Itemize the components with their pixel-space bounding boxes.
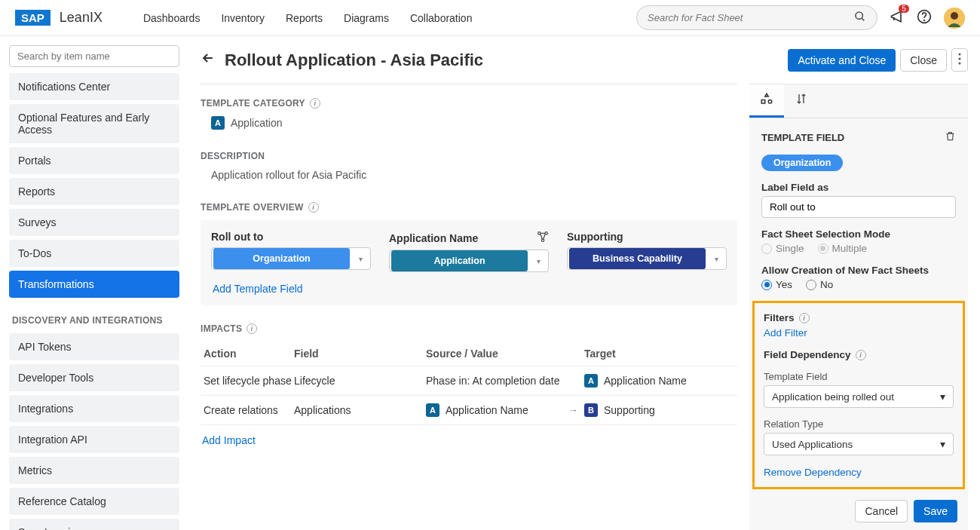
svg-point-3 (924, 20, 925, 21)
relation-type-select[interactable]: Used Applications ▾ (764, 433, 954, 455)
label-field-input[interactable] (761, 196, 956, 218)
remove-dependency-link[interactable]: Remove Dependency (764, 467, 862, 478)
nav-dashboards[interactable]: Dashboards (143, 12, 201, 24)
badge-a-icon: A (211, 116, 225, 130)
template-category-label: TEMPLATE CATEGORY i (201, 98, 737, 109)
info-icon[interactable]: i (247, 323, 257, 334)
svg-point-6 (959, 54, 961, 56)
radio-icon (818, 244, 828, 254)
user-avatar[interactable] (944, 8, 965, 29)
network-icon[interactable] (537, 231, 549, 245)
badge-a-icon: A (426, 403, 439, 417)
activate-close-button[interactable]: Activate and Close (788, 49, 896, 72)
badge-b-icon: B (584, 403, 598, 417)
impacts-row[interactable]: Create relations Applications A Applicat… (201, 395, 737, 425)
add-filter-link[interactable]: Add Filter (764, 327, 807, 339)
highlighted-section: Filters i Add Filter Field Dependency i (752, 301, 965, 489)
logo[interactable]: SAP LeanIX (15, 10, 103, 26)
radio-single: Single (761, 243, 804, 254)
nav-reports[interactable]: Reports (286, 12, 323, 24)
search-icon[interactable] (854, 11, 866, 25)
svg-rect-12 (761, 100, 765, 104)
global-search[interactable] (636, 5, 877, 30)
sidebar-item[interactable]: Sync Logging (9, 519, 179, 530)
svg-line-1 (862, 18, 864, 20)
tab-properties[interactable] (749, 84, 784, 118)
template-field-sublabel: Template Field (764, 371, 954, 382)
svg-point-13 (768, 100, 772, 104)
nav-collaboration[interactable]: Collaboration (410, 12, 473, 24)
svg-point-7 (959, 58, 961, 60)
svg-point-0 (856, 12, 862, 19)
add-impact-link[interactable]: Add Impact (202, 434, 256, 446)
label-field-as-label: Label Field as (761, 182, 956, 193)
delete-icon[interactable] (945, 130, 956, 144)
radio-icon (761, 280, 772, 290)
page-title: Rollout Application - Asia Pacific (225, 51, 788, 70)
chevron-down-icon: ▾ (940, 438, 945, 450)
template-field-select[interactable]: Application being rolled out ▾ (764, 385, 954, 408)
impacts-row[interactable]: Set lifecycle phase Lifecycle Phase in: … (201, 366, 737, 395)
overview-col-title: Roll out to (211, 231, 263, 243)
radio-no[interactable]: No (806, 279, 833, 290)
sidebar-item[interactable]: Reference Catalog (9, 488, 179, 515)
filters-label: Filters i (764, 312, 954, 323)
radio-icon (806, 280, 816, 290)
sidebar-item-transformations[interactable]: Transformations (9, 271, 179, 298)
left-sidebar: Notifications Center Optional Features a… (0, 36, 188, 530)
chevron-down-icon: ▾ (707, 255, 726, 263)
sidebar-item[interactable]: Integrations (9, 395, 179, 422)
info-icon[interactable]: i (310, 98, 320, 109)
sidebar-item[interactable]: API Tokens (9, 333, 179, 360)
more-actions-button[interactable] (951, 48, 968, 72)
overview-select-business-capability[interactable]: Business Capability ▾ (567, 247, 727, 270)
nav-inventory[interactable]: Inventory (221, 12, 265, 24)
radio-yes[interactable]: Yes (761, 279, 792, 290)
back-arrow-icon[interactable] (201, 51, 216, 70)
info-icon[interactable]: i (856, 350, 866, 360)
template-overview-label: TEMPLATE OVERVIEW i (201, 202, 737, 213)
impacts-header-field: Field (294, 348, 426, 360)
relation-type-sublabel: Relation Type (764, 418, 954, 430)
template-category-value: A Application (211, 116, 737, 130)
nav-diagrams[interactable]: Diagrams (344, 12, 389, 24)
save-button[interactable]: Save (914, 500, 957, 522)
search-input[interactable] (648, 12, 854, 23)
sidebar-item[interactable]: Metrics (9, 457, 179, 484)
right-panel: TEMPLATE FIELD Organization Label Field … (749, 84, 968, 530)
template-overview-box: Roll out to Organization ▾ Application N… (201, 220, 737, 305)
add-template-field-link[interactable]: Add Template Field (213, 283, 303, 295)
sidebar-item[interactable]: Reports (9, 178, 179, 205)
tab-order[interactable] (784, 84, 819, 118)
close-button[interactable]: Close (900, 49, 947, 72)
overview-select-application[interactable]: Application ▾ (389, 250, 549, 272)
overview-select-organization[interactable]: Organization ▾ (211, 247, 371, 270)
impacts-header-source: Source / Value (426, 348, 562, 360)
primary-nav: Dashboards Inventory Reports Diagrams Co… (143, 12, 473, 24)
field-dependency-label: Field Dependency i (764, 349, 954, 360)
template-field-heading: TEMPLATE FIELD (761, 132, 844, 143)
chevron-down-icon: ▾ (940, 391, 945, 403)
sidebar-item[interactable]: Portals (9, 147, 179, 174)
help-icon[interactable] (917, 9, 932, 26)
info-icon[interactable]: i (308, 202, 319, 213)
sidebar-item[interactable]: Optional Features and Early Access (9, 104, 179, 143)
sidebar-heading: DISCOVERY AND INTEGRATIONS (9, 302, 179, 333)
sidebar-item[interactable]: Integration API (9, 426, 179, 453)
sidebar-item[interactable]: Notifications Center (9, 73, 179, 100)
sidebar-search[interactable] (9, 45, 179, 67)
svg-point-5 (951, 12, 958, 20)
logo-sap: SAP (15, 10, 51, 26)
overview-col-title: Application Name (389, 232, 478, 244)
announcements-icon[interactable]: 5 (890, 9, 905, 26)
cancel-button[interactable]: Cancel (855, 500, 908, 522)
main-content: Rollout Application - Asia Pacific Activ… (188, 36, 980, 530)
description-label: DESCRIPTION (201, 151, 737, 161)
sidebar-item[interactable]: Developer Tools (9, 364, 179, 391)
info-icon[interactable]: i (799, 313, 810, 323)
allow-creation-label: Allow Creation of New Fact Sheets (761, 265, 956, 276)
sidebar-item[interactable]: Surveys (9, 209, 179, 236)
impacts-label: IMPACTS i (201, 323, 737, 334)
sidebar-item[interactable]: To-Dos (9, 240, 179, 267)
overview-col-title: Supporting (567, 231, 623, 243)
